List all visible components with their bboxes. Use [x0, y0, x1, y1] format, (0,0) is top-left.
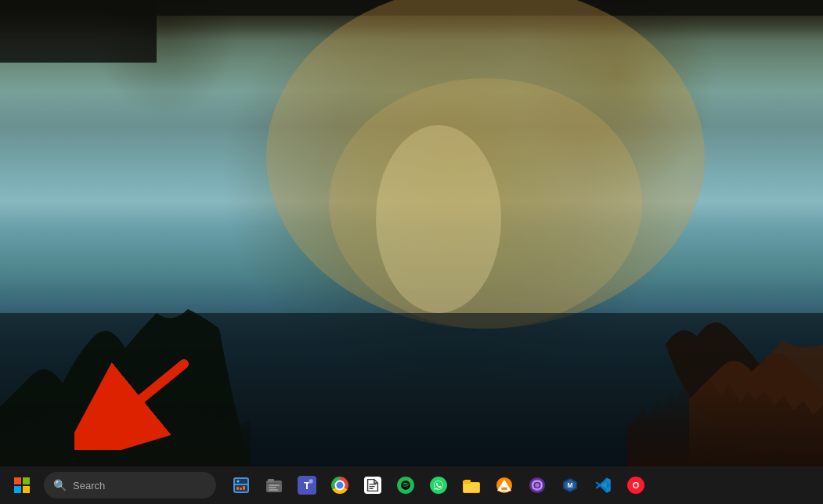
svg-rect-9 [235, 479, 247, 484]
file-explorer-icon [462, 477, 481, 494]
notion-icon [364, 477, 381, 494]
taskbar-icon-teams[interactable]: T [291, 470, 323, 501]
win-logo-blue [14, 486, 21, 493]
win-logo-green [23, 477, 30, 484]
svg-point-38 [535, 483, 540, 488]
taskbar-search[interactable]: 🔍 Search [44, 472, 216, 499]
instructional-arrow [74, 348, 200, 450]
vlc-icon [496, 477, 513, 494]
win-logo-yellow [23, 486, 30, 493]
svg-rect-27 [369, 488, 374, 489]
windows-logo [14, 477, 30, 493]
svg-rect-16 [268, 479, 274, 482]
taskbar-icon-vlc[interactable] [489, 470, 520, 501]
svg-rect-12 [236, 487, 239, 490]
opera-icon: O [627, 477, 644, 494]
winamp-icon [232, 476, 251, 495]
taskbar-icons: T [226, 470, 820, 501]
teams-icon: T [298, 476, 316, 495]
vscode-icon [594, 477, 612, 494]
taskbar-icon-chrome[interactable] [324, 470, 356, 501]
spotify-icon [397, 477, 414, 494]
svg-text:M: M [568, 482, 573, 489]
svg-point-23 [309, 480, 312, 483]
svg-rect-14 [243, 486, 245, 490]
taskbar-icon-orion[interactable] [522, 470, 553, 501]
taskbar-icon-malwarebytes[interactable]: M [554, 470, 586, 501]
search-label: Search [73, 480, 105, 491]
start-button[interactable] [6, 470, 38, 501]
taskbar-icon-file-manager[interactable] [258, 470, 290, 501]
orion-icon [529, 477, 546, 494]
taskbar-icon-notion[interactable] [357, 470, 388, 501]
svg-rect-17 [269, 484, 280, 486]
taskbar: 🔍 Search [0, 466, 823, 504]
svg-rect-19 [269, 489, 278, 491]
win-logo-red [14, 477, 21, 484]
svg-rect-13 [240, 488, 242, 490]
malwarebytes-icon: M [561, 477, 579, 494]
svg-rect-34 [501, 488, 507, 491]
taskbar-icon-winamp[interactable] [226, 470, 257, 501]
svg-rect-26 [369, 486, 374, 487]
file-manager-icon [265, 476, 283, 495]
svg-point-10 [237, 481, 240, 483]
search-icon: 🔍 [53, 479, 67, 491]
chrome-icon [331, 477, 348, 494]
whatsapp-icon [430, 477, 447, 494]
taskbar-icon-opera[interactable]: O [620, 470, 652, 501]
svg-rect-31 [464, 480, 471, 484]
svg-rect-25 [369, 484, 376, 484]
taskbar-icon-whatsapp[interactable] [423, 470, 454, 501]
taskbar-icon-spotify[interactable] [390, 470, 421, 501]
svg-rect-18 [269, 487, 276, 488]
svg-rect-30 [464, 483, 479, 492]
taskbar-icon-vscode[interactable] [587, 470, 619, 501]
svg-line-7 [98, 364, 184, 434]
taskbar-icon-file-explorer[interactable] [456, 470, 487, 501]
svg-rect-35 [500, 490, 509, 491]
